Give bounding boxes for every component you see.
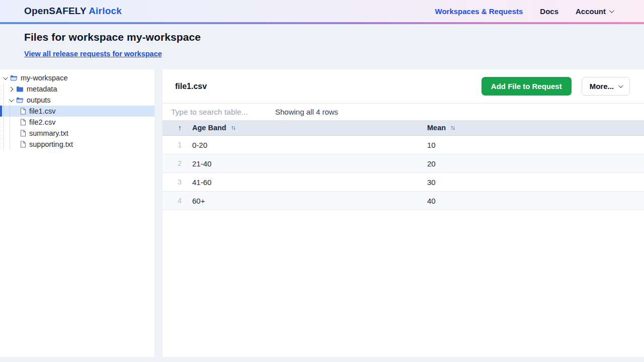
tree-item-label: summary.txt bbox=[29, 129, 68, 137]
sort-both-icon: ↑↓ bbox=[231, 124, 236, 131]
file-detail-panel: file1.csv Add File to Request More... Sh… bbox=[163, 69, 644, 357]
page-header: Files for workspace my-workspace View al… bbox=[0, 24, 644, 69]
table-toolbar: Showing all 4 rows bbox=[163, 104, 644, 120]
table-body: 10-2010221-4020341-6030460+40 bbox=[163, 136, 644, 210]
add-file-to-request-button[interactable]: Add File to Request bbox=[481, 77, 572, 96]
chevron-down-icon bbox=[609, 8, 614, 13]
brand-primary: OpenSAFELY bbox=[24, 6, 86, 16]
file-icon bbox=[20, 119, 26, 126]
cell-age-band: 41-60 bbox=[187, 178, 422, 187]
top-navbar: OpenSAFELY Airlock Workspaces & Requests… bbox=[0, 0, 644, 22]
cell-age-band: 0-20 bbox=[187, 141, 422, 149]
file-icon bbox=[20, 130, 26, 137]
tree-item-label: my-workspace bbox=[21, 74, 67, 82]
column-header-mean[interactable]: Mean ↑↓ bbox=[422, 124, 644, 132]
more-button-label: More... bbox=[590, 82, 614, 90]
row-index: 3 bbox=[163, 178, 187, 186]
nav-link-docs[interactable]: Docs bbox=[540, 7, 558, 16]
tree-item-label: outputs bbox=[27, 96, 51, 104]
chevron-down-icon[interactable] bbox=[3, 75, 8, 80]
sort-both-icon: ↑↓ bbox=[450, 124, 455, 131]
table-search-input[interactable] bbox=[171, 108, 275, 117]
more-button[interactable]: More... bbox=[582, 77, 630, 96]
header-actions: Add File to Request More... bbox=[481, 77, 630, 96]
file-tree: my-workspacemetadataoutputsfile1.csvfile… bbox=[0, 69, 154, 150]
cell-mean: 40 bbox=[422, 197, 644, 205]
cell-age-band: 60+ bbox=[187, 197, 422, 205]
cell-age-band: 21-40 bbox=[187, 159, 422, 168]
tree-guide-line bbox=[4, 83, 4, 150]
tree-item-summary.txt[interactable]: summary.txt bbox=[0, 128, 154, 139]
tree-item-metadata[interactable]: metadata bbox=[0, 83, 154, 95]
table-row: 460+40 bbox=[163, 192, 644, 210]
brand-secondary: Airlock bbox=[89, 6, 122, 16]
chevron-right-icon[interactable] bbox=[8, 86, 13, 92]
table-row: 341-6030 bbox=[163, 173, 644, 192]
page-title: Files for workspace my-workspace bbox=[24, 31, 620, 43]
tree-item-file1.csv[interactable]: file1.csv bbox=[0, 106, 154, 117]
chevron-down-icon[interactable] bbox=[9, 97, 14, 102]
folder-open-icon bbox=[16, 97, 24, 103]
table-row: 221-4020 bbox=[163, 154, 644, 173]
nav-link-workspaces-requests[interactable]: Workspaces & Requests bbox=[435, 7, 523, 16]
table-header-row: ↑ Age Band ↑↓ Mean ↑↓ bbox=[163, 120, 644, 136]
tree-item-outputs[interactable]: outputs bbox=[0, 95, 154, 106]
sort-ascending-icon[interactable]: ↑ bbox=[163, 124, 187, 132]
column-label: Age Band bbox=[192, 124, 226, 132]
account-menu[interactable]: Account bbox=[576, 7, 613, 16]
row-index: 1 bbox=[163, 141, 187, 149]
view-release-requests-link[interactable]: View all release requests for workspace bbox=[24, 50, 162, 58]
column-header-age-band[interactable]: Age Band ↑↓ bbox=[187, 124, 422, 132]
tree-item-my-workspace[interactable]: my-workspace bbox=[0, 72, 154, 83]
file-name-title: file1.csv bbox=[175, 82, 207, 91]
file-icon bbox=[20, 108, 26, 115]
folder-closed-icon bbox=[16, 86, 24, 92]
rows-status: Showing all 4 rows bbox=[275, 108, 338, 116]
file-icon bbox=[20, 141, 26, 148]
tree-item-label: file2.csv bbox=[29, 118, 55, 126]
folder-open-icon bbox=[10, 75, 18, 81]
tree-item-file2.csv[interactable]: file2.csv bbox=[0, 117, 154, 128]
cell-mean: 30 bbox=[422, 178, 644, 187]
file-tree-sidebar: my-workspacemetadataoutputsfile1.csvfile… bbox=[0, 69, 154, 357]
navbar-links: Workspaces & Requests Docs Account bbox=[435, 7, 613, 16]
column-label: Mean bbox=[427, 124, 446, 132]
row-index: 2 bbox=[163, 159, 187, 167]
tree-item-label: supporting.txt bbox=[29, 140, 73, 148]
cell-mean: 20 bbox=[422, 159, 644, 168]
tree-item-label: metadata bbox=[27, 85, 57, 93]
tree-item-label: file1.csv bbox=[29, 107, 55, 115]
panel-gutter bbox=[154, 69, 163, 357]
file-detail-header: file1.csv Add File to Request More... bbox=[163, 69, 644, 103]
table-row: 10-2010 bbox=[163, 136, 644, 154]
tree-guide-line bbox=[10, 106, 10, 150]
row-index: 4 bbox=[163, 197, 187, 205]
cell-mean: 10 bbox=[422, 141, 644, 149]
account-label: Account bbox=[576, 7, 606, 16]
tree-item-supporting.txt[interactable]: supporting.txt bbox=[0, 139, 154, 150]
brand-logo[interactable]: OpenSAFELY Airlock bbox=[24, 6, 122, 17]
content-area: my-workspacemetadataoutputsfile1.csvfile… bbox=[0, 69, 644, 357]
chevron-down-icon bbox=[618, 83, 623, 88]
